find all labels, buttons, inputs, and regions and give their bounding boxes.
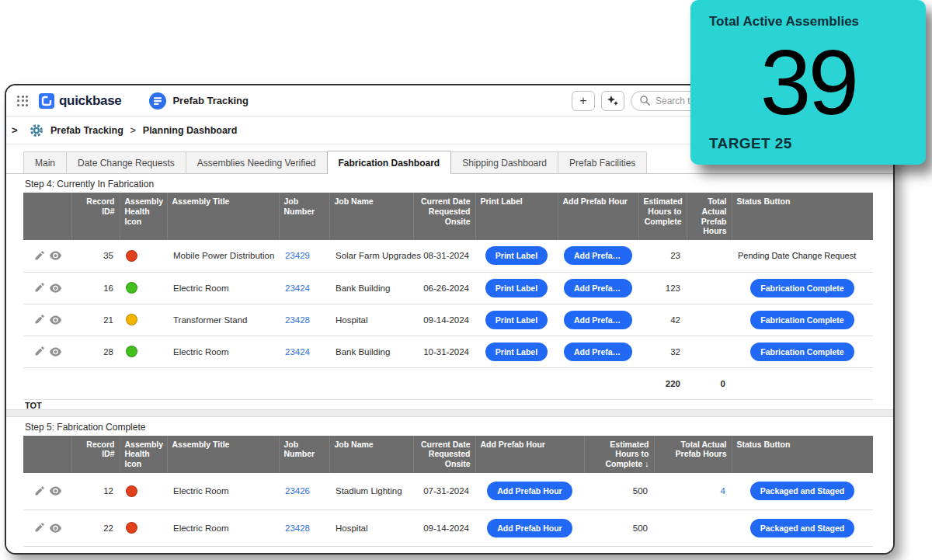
job-number-link[interactable]: 23426 [285,486,310,496]
status-cell: Packaged and Staged [732,473,873,510]
job-name: Hospital [329,510,413,546]
health-dot-icon [126,485,137,497]
edit-record-icon[interactable] [34,486,44,496]
edit-record-icon[interactable] [34,523,44,533]
column-header[interactable]: Status Button [732,436,873,473]
totals-actual: 0 [687,367,732,399]
quickbase-logo[interactable]: quickbase [39,93,121,109]
health-dot-icon [126,250,137,262]
print-label-button[interactable]: Print Label [485,343,548,361]
add-prefab-hour-button[interactable]: Add Prefab ... [564,279,632,297]
add-button[interactable]: + [572,91,595,111]
column-header[interactable]: Add Prefab Hour [475,436,584,473]
ai-assistant-button[interactable] [601,91,624,111]
add-prefab-hour-button[interactable]: Add Prefab ... [564,246,632,265]
job-number-link[interactable]: 23429 [285,251,310,260]
tab-shipping-dashboard[interactable]: Shipping Dashboard [450,151,558,173]
brand-wordmark: quickbase [59,93,121,109]
breadcrumb-app[interactable]: Prefab Tracking [50,125,123,136]
column-header[interactable]: Total Actual Prefab Hours [654,436,732,473]
tab-prefab-facilities[interactable]: Prefab Facilities [558,151,647,173]
edit-record-icon[interactable] [34,315,44,325]
add-prefab-hour-button[interactable]: Add Prefab ... [564,311,632,329]
actual-hours [687,240,732,272]
record-id: 22 [71,510,120,546]
tab-assemblies-needing-verified[interactable]: Assemblies Needing Verified [186,151,328,173]
job-number-link[interactable]: 23424 [285,283,310,293]
view-record-icon[interactable] [50,347,61,357]
settings-gear-icon[interactable] [30,123,43,137]
row-actions-cell [23,510,71,546]
assembly-title: Electric Room [167,510,279,546]
kpi-value: 39 [709,30,907,135]
view-record-icon[interactable] [50,315,61,325]
requested-date: 07-31-2024 [413,473,475,510]
view-record-icon[interactable] [50,486,61,496]
status-button[interactable]: Fabrication Complete [750,311,854,329]
column-header[interactable]: Total Actual Prefab Hours [687,193,732,240]
column-header[interactable]: Estimated Hours to Complete ↓ [584,436,654,473]
add-prefab-hour-button[interactable]: Add Prefab ... [564,343,632,361]
tab-main[interactable]: Main [23,151,67,173]
edit-record-icon[interactable] [34,346,44,357]
column-header[interactable]: Record ID# [71,193,120,240]
column-header[interactable] [23,193,71,240]
totals-label: TOT [25,401,876,409]
app-switcher-icon[interactable] [17,96,28,106]
table-row: 21Transformer Stand23428Hospital09-14-20… [23,304,873,336]
edit-record-icon[interactable] [34,251,44,261]
column-header[interactable]: Assembly Title [167,436,279,473]
table-row: 29Smart Gangbox23424Bank Building09-30-2… [23,546,873,555]
column-header[interactable]: Job Number [279,436,329,473]
job-number-link[interactable]: 23424 [285,347,310,357]
requested-date: 09-14-2024 [413,304,475,336]
column-header[interactable]: Job Name [329,436,413,473]
status-button[interactable]: Packaged and Staged [750,482,855,500]
add-prefab-hour-button[interactable]: Add Prefab Hour [487,482,572,500]
actual-hours [654,510,732,546]
column-header[interactable]: Assembly Health Icon [120,436,167,473]
actual-hours-link[interactable]: 4 [721,486,725,496]
column-header[interactable]: Record ID# [71,436,120,473]
status-button[interactable]: Packaged and Staged [750,519,855,537]
assembly-health-cell [120,240,167,272]
column-header[interactable]: Job Name [329,193,413,240]
add-prefab-hour-button[interactable]: Add Prefab Hour [487,519,572,537]
edit-record-icon[interactable] [34,283,44,293]
status-cell: Fabrication Complete [732,304,873,336]
view-record-icon[interactable] [50,251,61,260]
column-header[interactable] [23,436,71,473]
health-dot-icon [126,346,137,357]
expand-panel-icon[interactable]: > [12,124,18,136]
column-header[interactable]: Job Number [279,193,329,240]
status-button[interactable]: Fabrication Complete [750,279,854,297]
view-record-icon[interactable] [50,283,61,293]
estimated-hours: 123 [638,272,687,304]
column-header[interactable]: Status Button [732,193,873,240]
status-button[interactable]: Fabrication Complete [750,343,854,361]
job-number-link[interactable]: 23428 [285,315,310,325]
view-record-icon[interactable] [50,523,61,533]
tab-date-change-requests[interactable]: Date Change Requests [66,151,186,173]
column-header[interactable]: Current Date Requested Onsite [413,436,475,473]
print-label-button[interactable]: Print Label [485,311,548,329]
column-header[interactable]: Assembly Health Icon [120,193,167,240]
fabrication-table: Record ID#Assembly Health IconAssembly T… [23,193,873,400]
column-header[interactable]: Add Prefab Hour [558,193,638,240]
tab-fabrication-dashboard[interactable]: Fabrication Dashboard [327,151,452,174]
totals-row: 2200 [23,367,873,399]
print-label-button[interactable]: Print Label [485,279,548,297]
row-actions-cell [23,473,71,510]
print-label-button[interactable]: Print Label [485,246,548,265]
column-header[interactable]: Print Label [475,193,558,240]
job-number-link[interactable]: 23428 [285,523,310,533]
assembly-title: Transformer Stand [167,304,279,336]
column-header[interactable]: Estimated Hours to Complete [638,193,687,240]
requested-date: 08-31-2024 [413,240,475,272]
record-id: 21 [71,304,120,336]
assembly-health-cell [120,546,167,555]
actual-hours [654,546,732,555]
column-header[interactable]: Assembly Title [167,193,279,240]
column-header[interactable]: Current Date Requested Onsite [413,193,475,240]
app-title-chip[interactable]: Prefab Tracking [149,92,249,110]
